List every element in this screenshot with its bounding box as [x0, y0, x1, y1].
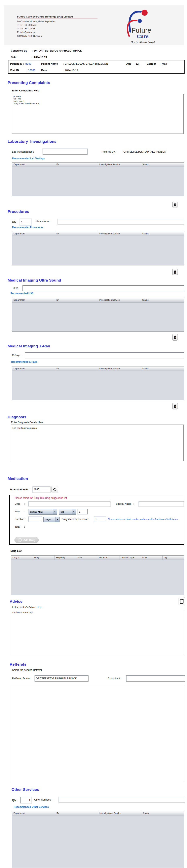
consultation-page: Future Care by Future Holdings (Pty) Lim… — [0, 0, 187, 868]
duration-type-selected-value: Day/s — [44, 517, 55, 522]
lab-investigation-input[interactable] — [43, 149, 87, 155]
patient-id-value: 8349 — [25, 62, 31, 65]
other-services-input[interactable] — [59, 797, 185, 803]
column-header-id: ID — [55, 811, 98, 816]
chevron-down-icon: ▼ — [55, 517, 59, 522]
duration-input[interactable] — [29, 517, 42, 522]
add-drug-button[interactable]: + Add Drug — [14, 537, 39, 543]
referral-list-box[interactable] — [11, 685, 185, 782]
svg-text:↻: ↻ — [175, 337, 176, 338]
uss-delete-button[interactable]: ↻ — [172, 334, 178, 341]
patient-name-value: : CALLUM LUCAS GALEN BRESSON — [63, 62, 108, 65]
per-meal-input[interactable] — [94, 517, 106, 522]
add-drug-label: Add Drug — [23, 538, 35, 541]
procedures-table-body[interactable] — [12, 236, 184, 266]
column-header-id: ID — [55, 367, 98, 371]
drug-list-table-body[interactable] — [11, 560, 184, 595]
drug-input[interactable] — [29, 501, 110, 506]
lab-table: Department ID Investigation/Service Stat… — [12, 162, 184, 196]
column-header-drug: Drug — [33, 556, 55, 560]
procedures-table: Department ID Investigation/Service Stat… — [12, 231, 184, 266]
way-select[interactable]: Before Meal ▼ — [29, 509, 57, 515]
gender-value: : Male — [160, 62, 167, 65]
company-phone-1: T: +24 82 593 593 — [17, 24, 36, 26]
procedures-qty-input[interactable] — [20, 219, 31, 225]
duration-type-select[interactable]: Day/s ▼ — [43, 517, 60, 522]
advice-delete-button[interactable] — [179, 597, 185, 606]
uss-table-header: Department ID Investigation/Service Stat… — [12, 298, 184, 303]
plus-circle-icon: + — [18, 538, 22, 542]
future-care-logo-icon: Future Care ♥ Body Mind Soul — [124, 7, 160, 46]
patient-name-label: Patient Name — [41, 62, 58, 65]
header: Future Care by Future Holdings (Pty) Lim… — [4, 5, 184, 45]
recommended-other-services-link[interactable]: Recommended Other Services — [14, 806, 49, 808]
svg-text:↻: ↻ — [175, 204, 176, 206]
referrals-heading: Refferals — [10, 662, 26, 666]
refresh-prescription-button[interactable] — [51, 486, 58, 493]
other-services-table-body[interactable] — [12, 816, 184, 868]
uss-table-body[interactable] — [12, 303, 184, 332]
column-header-department: Department — [12, 811, 55, 816]
way-qty-input[interactable] — [78, 509, 88, 514]
refresh-icon — [53, 488, 57, 492]
uss-heading: Medical Imaging Ultra Sound — [8, 278, 61, 283]
xray-input[interactable] — [25, 352, 184, 358]
drug-list-label: Drug List — [10, 550, 22, 552]
reffered-by-label: Reffered By : — [102, 150, 116, 153]
frequency-selected-value: OD — [59, 509, 72, 514]
procedures-input[interactable] — [58, 219, 184, 225]
frequency-select[interactable]: OD ▼ — [59, 509, 76, 515]
company-email: E: jude@future.sc — [17, 31, 36, 33]
consult-date-value: : 2024-10-19 — [32, 56, 47, 59]
procedures-table-header: Department ID Investigation/Service Stat… — [12, 232, 184, 236]
column-header-investigation-service: Investigation/Service — [98, 162, 141, 167]
other-services-qty-label: Qty : — [12, 799, 17, 802]
referrals-sub-label: Select the needed Refferal — [12, 669, 42, 672]
svg-text:Future: Future — [132, 26, 151, 34]
per-meal-label: Drugs/Tablets per meal : — [62, 518, 89, 521]
company-logo: Future Care ♥ Body Mind Soul — [124, 7, 160, 46]
company-address: Le Chainter,Victoria,Mahe,Seychelles — [17, 20, 55, 23]
column-header-way: Way — [76, 556, 98, 560]
special-notes-input[interactable] — [139, 501, 184, 506]
procedures-input-label: Procedures : — [36, 220, 51, 223]
drug-label: Drug : — [15, 502, 25, 505]
reffering-doctor-input[interactable] — [35, 676, 88, 682]
column-header-department: Department — [12, 367, 55, 371]
lab-table-body[interactable] — [12, 167, 184, 196]
presenting-complaints-heading: Presenting Complaints — [8, 81, 50, 85]
recommended-lab-testings-link[interactable]: Recommended Lab Testings — [12, 157, 45, 160]
visit-date-value: : 2024-10-19 — [63, 69, 78, 72]
lab-delete-button[interactable]: ↻ — [172, 201, 178, 208]
chevron-down-icon: ▼ — [53, 509, 57, 514]
column-header-status: Status — [141, 811, 184, 816]
column-header-investigation-service: Investigation/Service — [98, 298, 141, 302]
advice-textarea[interactable]: continue current mgt — [11, 610, 184, 655]
uss-input[interactable] — [23, 285, 184, 291]
column-header-qty: Qty — [163, 556, 184, 560]
visit-id-colon: : — [26, 69, 27, 72]
patient-info-box: Patient ID : 8349 Patient Name : CALLUM … — [8, 60, 185, 74]
complaints-textarea[interactable]: pt seen c/o- nfc feels much Xray of left… — [12, 94, 184, 134]
consulted-by-value: : Dr. ORITSETSETOS RAPHAEL PINNICK — [32, 49, 82, 52]
other-services-heading: Other Services — [11, 787, 39, 792]
way-label: Way : — [15, 510, 25, 513]
column-header-duration: Duration — [98, 556, 120, 560]
column-header-status: Status — [141, 367, 184, 371]
visit-id-value: 16383 — [28, 69, 35, 72]
svg-text:↻: ↻ — [175, 272, 176, 273]
column-header-investigation-service: Investigation/Service — [98, 367, 141, 371]
recommended-xrays-link[interactable]: Recommended X-Rays — [11, 361, 37, 363]
xray-table-body[interactable] — [12, 371, 184, 400]
column-header-department: Department — [12, 232, 55, 236]
lab-table-header: Department ID Investigation/Service Stat… — [12, 162, 184, 167]
recommended-uss-link[interactable]: Recommended USS — [10, 292, 33, 295]
recommended-procedures-link[interactable]: Recommended Procedures — [12, 226, 43, 229]
consultant-input[interactable] — [126, 676, 185, 682]
diagnosis-textarea[interactable]: Left ring finger contusion — [11, 425, 184, 461]
prescription-id-input[interactable] — [33, 487, 50, 492]
xray-table: Department ID Investigation/Service Stat… — [12, 367, 184, 400]
procedures-delete-button[interactable]: ↻ — [172, 269, 178, 275]
other-services-qty-input[interactable] — [21, 797, 31, 803]
xray-delete-button[interactable]: ↻ — [172, 403, 178, 409]
